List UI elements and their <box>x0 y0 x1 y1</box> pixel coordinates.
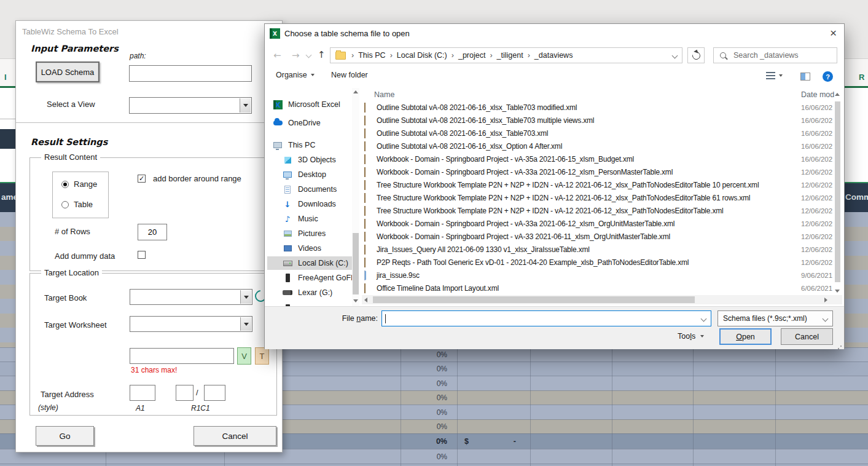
up-button[interactable]: ↑ <box>318 49 326 60</box>
breadcrumb-item-local-disk-c[interactable]: Local Disk (C:) <box>396 51 448 60</box>
column-header-i[interactable]: I <box>4 73 7 82</box>
sidebar-item-onedrive[interactable]: OneDrive <box>267 116 352 130</box>
target-address-row-input[interactable] <box>176 385 194 401</box>
spreadsheet-row[interactable] <box>0 464 868 466</box>
file-row[interactable]: Workbook - Domain - Springboard Project … <box>362 218 832 231</box>
list-scroll-down-icon[interactable] <box>835 290 840 293</box>
view-mode-button[interactable] <box>766 72 783 79</box>
file-row[interactable]: Workbook - Domain - Springboard Project … <box>362 166 832 179</box>
breadcrumb-item-dataviews[interactable]: _dataviews <box>533 51 574 60</box>
chevron-down-icon <box>823 315 829 322</box>
sidebar-item-pictures[interactable]: Pictures <box>267 227 352 240</box>
column-header-r[interactable]: R <box>859 73 864 82</box>
rows-count-input[interactable] <box>138 224 167 240</box>
open-button[interactable]: Open <box>719 328 772 345</box>
load-schema-button[interactable]: LOAD Schema <box>36 61 100 82</box>
dropdown-button[interactable] <box>240 98 251 113</box>
sidebar-item-downloads[interactable]: ↓Downloads <box>267 197 352 211</box>
sidebar-scrollbar[interactable] <box>352 88 359 306</box>
file-row[interactable]: Workbook - Domain - Springboard Project … <box>362 231 832 243</box>
forward-button[interactable]: → <box>292 50 300 61</box>
desktop-icon <box>282 172 293 178</box>
sidebar-item-local-disk-c[interactable]: Local Disk (C:) <box>267 256 352 270</box>
file-row[interactable]: Outline Subtotal vA-08 2021-06-16_xlsx_O… <box>362 140 832 153</box>
add-border-checkbox[interactable]: ✓ <box>138 175 146 183</box>
scroll-up-icon[interactable] <box>353 90 358 93</box>
file-row[interactable]: Tree Structure Workbook Template P2N + N… <box>362 192 832 205</box>
file-row[interactable]: Outline Subtotal vA-08 2021-06-16_xlsx_T… <box>362 101 832 114</box>
preview-pane-icon[interactable] <box>800 73 810 81</box>
back-button[interactable]: ← <box>273 50 281 61</box>
file-row[interactable]: P2P Reqts - Path Tool Generic Ex vD-01 -… <box>362 256 832 269</box>
select-view-dropdown[interactable] <box>129 97 252 114</box>
target-book-dropdown[interactable] <box>130 289 252 305</box>
v-button[interactable]: V <box>237 347 251 365</box>
file-row[interactable]: Tree Structure Workbook Template P2N + N… <box>362 179 832 192</box>
breadcrumb-item-tiligent[interactable]: _tiligent <box>496 51 525 60</box>
sidebar-item-music[interactable]: ♪Music <box>267 212 352 226</box>
target-address-col-input[interactable] <box>204 385 225 401</box>
file-row[interactable]: Tree Structure Workbook Template P2N + N… <box>362 205 832 218</box>
worksheet-name-input[interactable] <box>130 348 234 364</box>
search-box[interactable] <box>713 47 837 63</box>
sidebar-item-this-pc[interactable]: This PC <box>267 138 352 152</box>
sidebar-item-lexar-g[interactable]: Lexar (G:) <box>267 286 352 299</box>
file-row[interactable]: Office Timeline Data Import Layout.xml6/… <box>362 282 832 295</box>
close-icon[interactable]: × <box>830 26 837 40</box>
result-content-group: Result Content Range Table ✓ add border … <box>29 157 278 271</box>
scrollbar-thumb[interactable] <box>353 233 359 294</box>
sidebar-item-microsoft-excel[interactable]: XMicrosoft Excel <box>267 98 352 111</box>
file-row[interactable]: Outline Subtotal vA-08 2021-06-16_xlsx_T… <box>362 127 832 140</box>
go-button[interactable]: Go <box>36 426 94 446</box>
resize-grip[interactable] <box>840 346 842 347</box>
local-disk-icon <box>282 261 293 266</box>
dummy-data-checkbox[interactable] <box>138 251 146 259</box>
sidebar-item-documents[interactable]: Documents <box>267 183 352 196</box>
sidebar-item-partial[interactable] <box>267 302 352 306</box>
file-row[interactable]: Outline Subtotal vA-08 2021-06-16_xlsx_T… <box>362 114 832 127</box>
breadcrumb-item-this-pc[interactable]: This PC <box>357 51 386 60</box>
file-row[interactable]: Workbook - Domain - Springboard Project … <box>362 153 832 166</box>
column-header-name[interactable]: Name <box>374 90 394 99</box>
scroll-down-icon[interactable] <box>353 299 358 302</box>
file-type-dropdown[interactable]: Schema files (*.9sc;*.xml) <box>717 310 833 326</box>
new-folder-button[interactable]: New folder <box>331 71 368 79</box>
sidebar-item-videos[interactable]: Videos <box>267 242 352 255</box>
horizontal-scrollbar[interactable] <box>362 295 842 304</box>
organise-button[interactable]: Organise <box>276 71 315 79</box>
breadcrumb-chevron-down[interactable] <box>672 53 678 59</box>
file-name-input[interactable] <box>386 312 689 326</box>
file-date: 12/06/202 <box>801 168 832 176</box>
breadcrumb-item-project[interactable]: _project <box>457 51 487 60</box>
sidebar-item-desktop[interactable]: Desktop <box>267 168 352 181</box>
file-row[interactable]: Jira_Issues_Query All 2021-06-09 1330 v1… <box>362 243 832 256</box>
sidebar-item-label: 3D Objects <box>298 156 336 164</box>
file-name-combobox[interactable] <box>381 310 711 326</box>
horizontal-scrollbar-thumb[interactable] <box>373 296 695 303</box>
range-radio[interactable] <box>61 181 69 188</box>
path-input[interactable] <box>129 65 252 82</box>
breadcrumb-items: ›This PC›Local Disk (C:)›_project›_tilig… <box>348 51 574 60</box>
table-radio[interactable] <box>61 201 69 208</box>
sidebar-item-freeagent-gofle[interactable]: FreeAgent GoFle <box>267 271 352 285</box>
refresh-button[interactable] <box>687 47 705 63</box>
t-button[interactable]: T <box>255 347 269 365</box>
help-icon[interactable]: ? <box>823 71 833 82</box>
target-worksheet-dropdown[interactable] <box>130 316 252 332</box>
chevron-down-icon[interactable] <box>701 316 707 322</box>
recent-locations-chevron[interactable] <box>306 52 312 58</box>
dropdown-button[interactable] <box>240 317 251 331</box>
search-input[interactable] <box>732 50 827 60</box>
tools-button[interactable]: Tools <box>678 328 704 344</box>
dropdown-button[interactable] <box>240 290 251 304</box>
sidebar-item-3d-objects[interactable]: 3D Objects <box>267 153 352 167</box>
scroll-left-icon[interactable] <box>364 298 367 302</box>
dialog-cancel-button[interactable]: Cancel <box>781 328 833 345</box>
list-scrollbar-thumb[interactable] <box>835 101 840 282</box>
list-scroll-up-icon[interactable] <box>835 93 840 96</box>
target-address-a1-input[interactable] <box>130 385 155 401</box>
column-header-date-modified[interactable]: Date mod <box>801 90 834 99</box>
file-row[interactable]: jira_issue.9sc9/06/2021 <box>362 269 832 282</box>
tablewiz-cancel-button[interactable]: Cancel <box>194 426 276 446</box>
scroll-right-icon[interactable] <box>824 298 827 302</box>
